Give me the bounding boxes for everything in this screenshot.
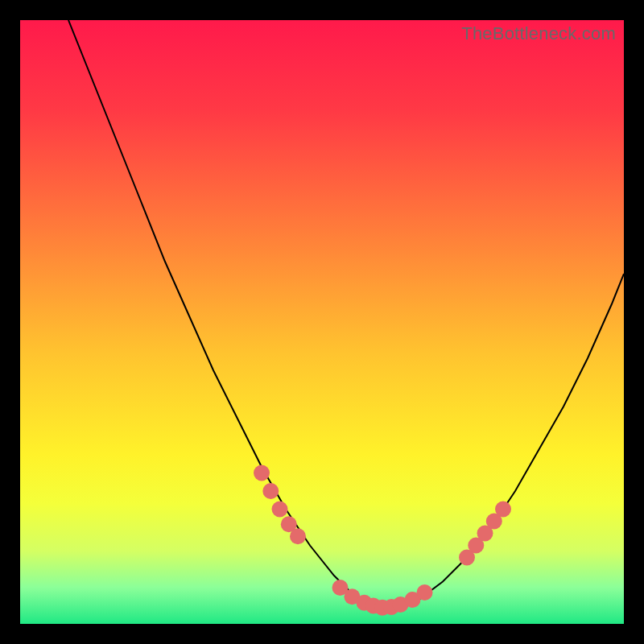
bottleneck-chart <box>20 20 624 624</box>
marker-dot <box>254 465 270 481</box>
marker-dot <box>290 528 306 544</box>
marker-dot <box>417 584 433 601</box>
marker-dot <box>272 502 288 518</box>
gradient-background <box>20 20 624 624</box>
chart-frame: TheBottleneck.com <box>20 20 624 624</box>
marker-dot <box>262 483 279 499</box>
marker-dot <box>495 502 511 518</box>
watermark-text: TheBottleneck.com <box>461 23 616 44</box>
